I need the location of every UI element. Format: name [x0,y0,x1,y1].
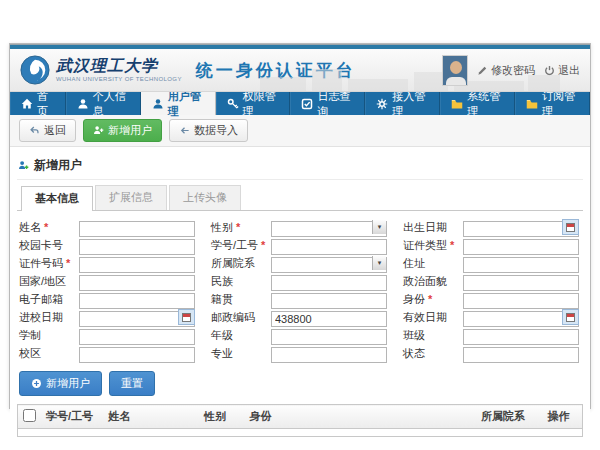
required-asterisk: * [428,293,432,305]
form-field: 政治面貌* ▾ [403,273,579,289]
field-label: 状态* [403,346,463,361]
form-field: 籍贯* ▾ [211,291,387,307]
form-field: 证件类型* ▾ [403,237,579,253]
table-column-header: 性别 [199,405,244,429]
field-label: 邮政编码* [211,310,271,325]
field-label: 年级* [211,328,271,343]
form-field: 姓名* ▾ [19,219,195,235]
field-input[interactable] [271,293,387,309]
field-input[interactable] [271,347,387,363]
university-name-block: 武汉理工大学 WUHAN UNIVERSITY OF TECHNOLOGY [56,58,182,82]
calendar-icon [566,313,575,322]
data-import-button[interactable]: 数据导入 [169,119,248,142]
gear-icon [376,98,388,110]
table-column-header: 所属院系 [476,405,542,429]
dropdown-arrow-button[interactable]: ▾ [372,256,386,270]
field-input[interactable] [271,221,387,237]
field-input[interactable] [463,275,579,291]
table-column-header: 姓名 [103,405,199,429]
required-asterisk: * [450,239,454,251]
calendar-button[interactable] [178,309,195,325]
nav-tab-user-management[interactable]: 用户管理 [141,92,216,115]
nav-tab-personal-info[interactable]: 个人信息 [66,92,141,115]
tab-basic-info[interactable]: 基本信息 [21,186,93,211]
reset-button[interactable]: 重置 [109,371,155,396]
field-input[interactable] [79,293,195,309]
log-check-icon [301,98,313,110]
field-input[interactable] [79,275,195,291]
tab-upload-avatar[interactable]: 上传头像 [169,185,241,210]
field-input[interactable] [463,239,579,255]
import-arrow-icon [179,125,190,136]
required-asterisk: * [44,221,48,233]
field-input[interactable] [79,347,195,363]
field-label: 校区* [19,346,79,361]
panel-title-bar: 新增用户 [17,152,583,180]
field-input[interactable] [79,329,195,345]
field-label: 身份* [403,292,463,307]
back-button[interactable]: 返回 [19,119,76,142]
circle-plus-icon [31,378,42,389]
form-field: 住址* ▾ [403,255,579,271]
folder-icon [526,98,538,110]
required-asterisk: * [66,257,70,269]
field-label: 性别* [211,220,271,235]
field-input[interactable] [271,329,387,345]
form-actions: 新增用户 重置 [17,365,583,404]
required-asterisk: * [261,239,265,251]
field-label: 国家/地区* [19,274,79,289]
field-label: 住址* [403,256,463,271]
table-header-row: 学号/工号姓名性别身份所属院系操作 [18,405,583,429]
user-avatar [442,55,468,86]
form-field: 校区* ▾ [19,345,195,361]
calendar-button[interactable] [562,219,579,235]
field-label: 进校日期* [19,310,79,325]
person-icon [77,98,89,110]
form-field: 电子邮箱* ▾ [19,291,195,307]
university-logo [20,55,50,85]
field-input[interactable] [271,311,387,327]
university-name-en: WUHAN UNIVERSITY OF TECHNOLOGY [56,76,182,82]
nav-tab-home[interactable]: 首页 [10,92,66,115]
empty-table-body [18,429,583,437]
field-label: 有效日期* [403,310,463,325]
field-input[interactable] [463,347,579,363]
field-input[interactable] [79,221,195,237]
form-tabs: 基本信息 扩展信息 上传头像 [17,180,583,211]
field-label: 校园卡号* [19,238,79,253]
calendar-icon [566,223,575,232]
nav-tab-system-management[interactable]: 系统管理 [440,92,515,115]
field-label: 证件号码* [19,256,79,271]
calendar-button[interactable] [562,309,579,325]
table-column-header: 操作 [542,405,582,429]
field-input[interactable] [463,293,579,309]
nav-tab-access-management[interactable]: 接入管理 [365,92,440,115]
add-user-toolbar-button[interactable]: 新增用户 [83,119,162,142]
field-input[interactable] [463,257,579,273]
field-input[interactable] [271,275,387,291]
nav-tab-log-query[interactable]: 日志查询 [290,92,365,115]
field-input[interactable] [79,257,195,273]
required-asterisk: * [236,221,240,233]
key-icon [227,98,239,110]
field-input[interactable] [271,257,387,273]
field-input[interactable] [271,239,387,255]
university-name: 武汉理工大学 [56,58,182,74]
main-nav: 首页 个人信息 用户管理 权限管理 日志查询 接入管理 [10,92,590,115]
form-field: 学号/工号* ▾ [211,237,387,253]
nav-tab-permission-management[interactable]: 权限管理 [216,92,291,115]
panel-title: 新增用户 [34,157,82,174]
tab-extended-info[interactable]: 扩展信息 [95,185,167,210]
form-field: 所属院系* ▾ [211,255,387,271]
field-input[interactable] [79,239,195,255]
form-field: 有效日期* ▾ [403,309,579,325]
submit-add-user-button[interactable]: 新增用户 [19,371,102,396]
form-field: 专业* ▾ [211,345,387,361]
person-icon [152,98,164,110]
dropdown-arrow-button[interactable]: ▾ [372,220,386,234]
select-all-checkbox[interactable] [23,409,36,422]
form-field: 国家/地区* ▾ [19,273,195,289]
field-input[interactable] [463,329,579,345]
form-field: 邮政编码* ▾ [211,309,387,325]
nav-tab-subscription-management[interactable]: 订阅管理 [515,92,590,115]
